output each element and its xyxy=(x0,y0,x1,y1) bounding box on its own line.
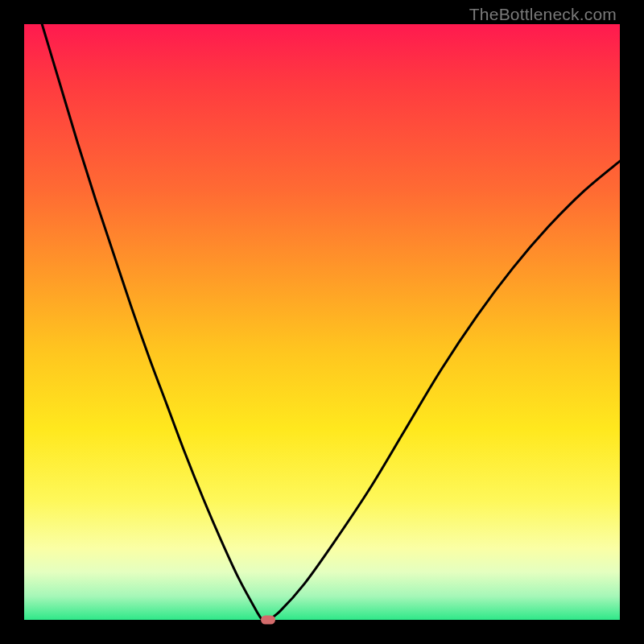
bottleneck-curve xyxy=(42,24,620,621)
chart-frame: TheBottleneck.com xyxy=(0,0,644,644)
curve-svg xyxy=(24,24,620,620)
plot-area xyxy=(24,24,620,620)
optimal-point-marker xyxy=(261,616,275,625)
watermark-text: TheBottleneck.com xyxy=(469,5,617,24)
